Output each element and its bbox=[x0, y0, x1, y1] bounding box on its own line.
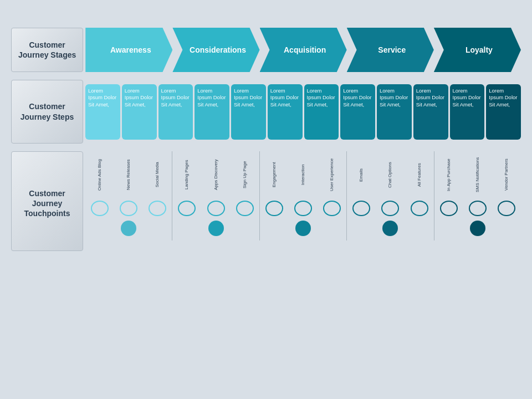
step-card-3: Lorem Ipsum Dolor Sit Amet, bbox=[195, 84, 229, 140]
touchpoints-content: Online Ads BlogNews ReleasesSocial Media… bbox=[85, 151, 521, 241]
tp-circle-3-0 bbox=[352, 201, 370, 216]
tp-circle-3-2 bbox=[411, 201, 428, 216]
touchpoint-group-3: EmailsChat OptionsAll Features bbox=[347, 151, 434, 241]
tp-circle-1-0 bbox=[178, 201, 196, 216]
tp-circle-4-1 bbox=[469, 201, 487, 216]
tp-circle-1-2 bbox=[236, 201, 254, 216]
tp-label-4-1: SMS Notifications bbox=[463, 151, 492, 198]
stage-acquisition[interactable]: Acquisition bbox=[260, 28, 347, 72]
tp-dot-2 bbox=[295, 221, 311, 236]
tp-dot-3 bbox=[382, 221, 398, 236]
stages-label: CustomerJourney Stages bbox=[11, 28, 83, 72]
tp-dot-1 bbox=[208, 221, 224, 236]
steps-section: CustomerJourney Steps Lorem Ipsum Dolor … bbox=[11, 80, 521, 144]
touchpoints-label: CustomerJourneyTouchpoints bbox=[11, 151, 83, 251]
tp-label-0-2: Social Media bbox=[143, 151, 172, 198]
tp-circle-0-1 bbox=[120, 201, 137, 216]
tp-label-2-2: User Experience bbox=[318, 151, 346, 198]
touchpoint-group-4: In App PurchaseSMS NotificationsVendor P… bbox=[434, 151, 521, 241]
tp-circle-2-0 bbox=[265, 201, 283, 216]
tp-circle-4-0 bbox=[440, 201, 458, 216]
tp-label-3-1: Chat Options bbox=[376, 151, 405, 198]
touchpoint-group-2: EngagementInteractionUser Experience bbox=[260, 151, 347, 241]
stages-section: CustomerJourney Stages AwarenessConsider… bbox=[11, 28, 521, 72]
tp-circle-0-2 bbox=[149, 201, 166, 216]
step-card-4: Lorem Ipsum Dolor Sit Amet, bbox=[231, 84, 266, 140]
step-card-6: Lorem Ipsum Dolor Sit Amet, bbox=[304, 84, 339, 140]
touchpoint-group-1: Landing PagesApps DiscoverySign Up Page bbox=[172, 151, 259, 241]
tp-label-3-2: All Features bbox=[405, 151, 434, 198]
step-card-1: Lorem Ipsum Dolor Sit Amet, bbox=[122, 84, 157, 140]
stages-arrows: AwarenessConsiderationsAcquisitionServic… bbox=[85, 28, 521, 72]
step-card-8: Lorem Ipsum Dolor Sit Amet, bbox=[377, 84, 412, 140]
steps-label: CustomerJourney Steps bbox=[11, 80, 83, 144]
tp-label-2-1: Interaction bbox=[289, 151, 318, 198]
tp-circle-2-1 bbox=[294, 201, 312, 216]
touchpoint-group-0: Online Ads BlogNews ReleasesSocial Media bbox=[85, 151, 172, 241]
tp-label-4-0: In App Purchase bbox=[434, 151, 463, 198]
tp-circle-3-1 bbox=[381, 201, 399, 216]
tp-label-3-0: Emails bbox=[347, 151, 376, 198]
tp-circle-2-2 bbox=[323, 201, 341, 216]
stage-loyalty[interactable]: Loyalty bbox=[434, 28, 521, 72]
tp-label-1-1: Apps Discovery bbox=[202, 151, 231, 198]
tp-circle-4-2 bbox=[498, 201, 515, 216]
step-card-9: Lorem Ipsum Dolor Sit Amet, bbox=[413, 84, 448, 140]
tp-label-2-0: Engagement bbox=[260, 151, 289, 198]
step-card-11: Lorem Ipsum Dolor Sit Amet, bbox=[486, 84, 521, 140]
stage-service[interactable]: Service bbox=[347, 28, 434, 72]
step-card-2: Lorem Ipsum Dolor Sit Amet, bbox=[158, 84, 193, 140]
stage-considerations[interactable]: Considerations bbox=[172, 28, 259, 72]
tp-circle-1-1 bbox=[207, 201, 225, 216]
tp-label-0-1: News Releases bbox=[114, 151, 143, 198]
tp-circle-0-0 bbox=[91, 201, 109, 216]
page-title bbox=[0, 0, 532, 18]
tp-dot-4 bbox=[470, 221, 485, 236]
step-card-0: Lorem Ipsum Dolor Sit Amet, bbox=[85, 84, 120, 140]
tp-label-0-0: Online Ads Blog bbox=[85, 151, 114, 198]
steps-grid: Lorem Ipsum Dolor Sit Amet,Lorem Ipsum D… bbox=[85, 80, 521, 144]
tp-dot-0 bbox=[121, 221, 136, 236]
tp-label-1-0: Landing Pages bbox=[172, 151, 201, 198]
step-card-5: Lorem Ipsum Dolor Sit Amet, bbox=[268, 84, 303, 140]
tp-label-4-2: Vendor Partners bbox=[492, 151, 521, 198]
touchpoints-section: CustomerJourneyTouchpoints Online Ads Bl… bbox=[11, 151, 521, 262]
tp-label-1-2: Sign Up Page bbox=[231, 151, 259, 198]
step-card-10: Lorem Ipsum Dolor Sit Amet, bbox=[450, 84, 485, 140]
stage-awareness[interactable]: Awareness bbox=[85, 28, 172, 72]
step-card-7: Lorem Ipsum Dolor Sit Amet, bbox=[340, 84, 375, 140]
